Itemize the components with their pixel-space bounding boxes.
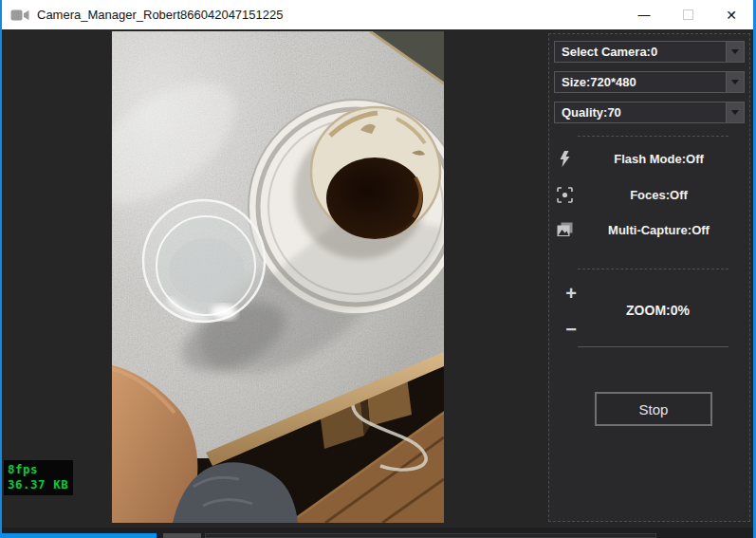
zoom-value: ZOOM:0%: [555, 303, 744, 318]
size-dropdown[interactable]: Size:720*480: [554, 71, 745, 93]
app-window: Camera_Manager_Robert866042047151225 — ✕: [0, 0, 756, 538]
chevron-down-icon[interactable]: [726, 102, 744, 122]
select-camera-value: Select Camera:0: [555, 45, 726, 59]
close-icon: ✕: [726, 8, 737, 23]
stop-button-label: Stop: [639, 401, 669, 417]
scrollbar-track-segment: [205, 533, 656, 538]
fps-value: 8fps: [8, 462, 68, 477]
window-title: Camera_Manager_Robert866042047151225: [37, 8, 283, 22]
frame-size-value: 36.37 KB: [8, 477, 68, 492]
zoom-in-button[interactable]: +: [561, 282, 581, 305]
scrollbar-segment: [163, 533, 201, 538]
close-button[interactable]: ✕: [710, 0, 753, 29]
camera-preview-image: [112, 31, 444, 523]
focus-toggle[interactable]: Foces:Off: [555, 182, 744, 207]
minimize-icon: —: [638, 8, 651, 22]
focus-icon: [555, 187, 574, 203]
horizontal-scrollbar: [2, 528, 753, 538]
stream-stats: 8fps 36.37 KB: [4, 460, 73, 495]
multi-capture-icon: [555, 222, 574, 237]
plus-icon: +: [565, 283, 577, 304]
zoom-out-button[interactable]: −: [561, 318, 581, 341]
title-bar: Camera_Manager_Robert866042047151225 — ✕: [2, 0, 753, 29]
flash-icon: [555, 151, 574, 167]
minimize-button[interactable]: —: [622, 0, 666, 29]
focus-label: Foces:Off: [574, 188, 744, 202]
camera-icon: [10, 9, 29, 22]
minus-icon: −: [565, 319, 577, 340]
scrollbar-thumb[interactable]: [2, 533, 157, 538]
multi-capture-toggle[interactable]: Multi-Capture:Off: [555, 217, 744, 242]
chevron-down-icon[interactable]: [726, 42, 744, 62]
select-camera-dropdown[interactable]: Select Camera:0: [554, 41, 745, 63]
window-controls: — ✕: [622, 0, 753, 29]
maximize-icon: [683, 9, 693, 20]
separator: [578, 346, 728, 347]
client-area: 8fps 36.37 KB Select Camera:0 Size:720*4…: [2, 29, 753, 528]
separator: [578, 136, 728, 137]
size-value: Size:720*480: [555, 75, 726, 89]
quality-value: Quality:70: [555, 105, 726, 120]
flash-mode-toggle[interactable]: Flash Mode:Off: [555, 146, 744, 171]
control-panel: Select Camera:0 Size:720*480 Quality:70 …: [548, 33, 750, 522]
flash-mode-label: Flash Mode:Off: [574, 152, 744, 166]
chevron-down-icon[interactable]: [726, 72, 744, 92]
quality-dropdown[interactable]: Quality:70: [554, 102, 745, 123]
maximize-button[interactable]: [666, 0, 710, 29]
zoom-section: + − ZOOM:0%: [555, 276, 744, 362]
separator: [578, 269, 728, 269]
multi-capture-label: Multi-Capture:Off: [574, 223, 744, 237]
camera-preview: [112, 31, 444, 523]
stop-button[interactable]: Stop: [595, 392, 712, 426]
